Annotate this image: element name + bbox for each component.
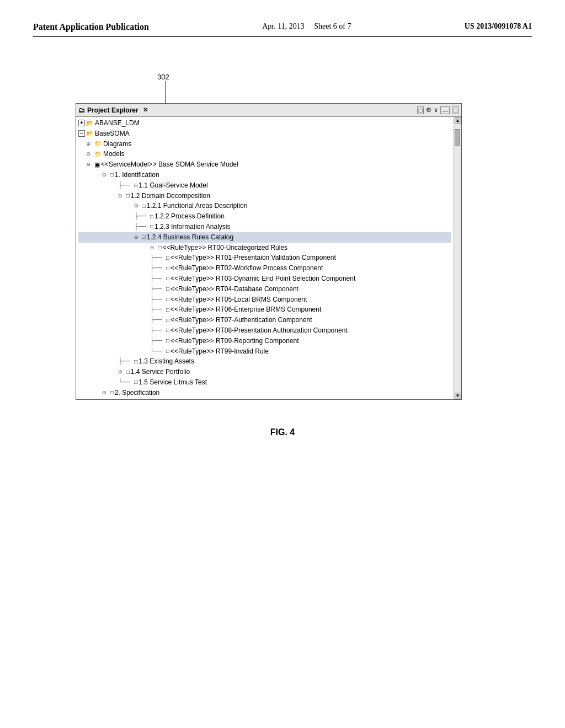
icon-diagrams: 📁 xyxy=(94,140,102,148)
icon-models: 📁 xyxy=(94,150,102,158)
icon-identification: □ xyxy=(110,171,114,179)
icon-1-2-1: □ xyxy=(142,202,146,210)
tree-node-1-2-4[interactable]: ⊖ □ 1.2.4 Business Rules Catalog xyxy=(78,232,451,243)
tree-node-rt08[interactable]: ├── □ <<RuleType>> RT08-Presentation Aut… xyxy=(78,325,451,336)
tree-node-1-3[interactable]: ├── □ 1.3 Existing Assets xyxy=(78,356,451,367)
tree-node-models[interactable]: ⊖ 📁 Models xyxy=(78,149,451,159)
icon-rt00: □ xyxy=(158,244,162,251)
icon-2-spec: □ xyxy=(110,389,114,397)
tree-node-rt06[interactable]: ├── □ <<RuleType>> RT06-Enterprise BRMS … xyxy=(78,304,451,315)
explorer-close-icon[interactable]: ✕ xyxy=(143,106,148,114)
tree-node-rt04[interactable]: ├── □ <<RuleType>> RT04-Database Compone… xyxy=(78,284,451,295)
explorer-titlebar: 🗂 Project Explorer ✕ □ ⚙ ∨ — □ xyxy=(76,104,461,117)
explorer-body-container: + 📂 ABANSE_LDM − 📂 BaseSOMA ⊕ xyxy=(76,117,461,399)
publication-title: Patent Application Publication xyxy=(33,22,149,32)
publication-date-sheet: Apr. 11, 2013 Sheet 6 of 7 xyxy=(262,22,351,31)
explorer-toolbar: □ ⚙ ∨ — □ xyxy=(417,106,459,114)
icon-1-3: □ xyxy=(134,358,137,366)
toolbar-icon-2[interactable]: ⚙ xyxy=(426,106,431,114)
tree-node-1-2-3[interactable]: ├── □ 1.2.3 Information Analysis xyxy=(78,222,451,232)
explorer-icon: 🗂 xyxy=(78,106,85,114)
tree-node-servicemodel[interactable]: ⊖ ▣ <<ServiceModel>> Base SOMA Service M… xyxy=(78,159,451,170)
main-content: 302 🗂 Project Explorer ✕ □ ⚙ ∨ xyxy=(33,70,532,437)
icon-rt03: □ xyxy=(166,275,169,282)
icon-rt08: □ xyxy=(166,326,169,334)
tree-node-1-1[interactable]: ├── □ 1.1 Goal-Service Model xyxy=(78,180,451,191)
scrollbar-arrow-down[interactable]: ▼ xyxy=(455,393,461,399)
tree-node-rt02[interactable]: ├── □ <<RuleType>> RT02-Workflow Process… xyxy=(78,263,451,274)
tree-node-rt99[interactable]: └── □ <<RuleType>> RT99-Invalid Rule xyxy=(78,346,451,357)
icon-abanse: 📂 xyxy=(86,119,94,127)
icon-rt06: □ xyxy=(166,306,169,314)
sheet-info: Sheet 6 of 7 xyxy=(314,22,351,30)
tree-node-rt09[interactable]: ├── □ <<RuleType>> RT09-Reporting Compon… xyxy=(78,336,451,346)
tree-node-1-2-2[interactable]: ├── □ 1.2.2 Process Definition xyxy=(78,211,451,222)
icon-1-2-3: □ xyxy=(150,223,153,231)
icon-1-2-2: □ xyxy=(150,213,153,221)
tree-node-1-2-1[interactable]: ⊕ □ 1.2.1 Functional Areas Description xyxy=(78,201,451,211)
icon-rt01: □ xyxy=(166,254,169,262)
expand-basesoma[interactable]: − xyxy=(78,130,85,137)
tree-node-rt00[interactable]: ⊕ □ <<RuleType>> RT00-Uncategorized Rule… xyxy=(78,243,451,253)
icon-rt07: □ xyxy=(166,317,169,324)
tree-node-rt03[interactable]: ├── □ <<RuleType>> RT03-Dynamic End Poin… xyxy=(78,274,451,284)
tree-node-basesoma[interactable]: − 📂 BaseSOMA xyxy=(78,129,451,139)
icon-rt04: □ xyxy=(166,285,169,293)
icon-rt02: □ xyxy=(166,265,169,272)
toolbar-icon-1[interactable]: □ xyxy=(417,106,424,114)
figure-caption: FIG. 4 xyxy=(270,427,295,437)
tree-node-rt05[interactable]: ├── □ <<RuleType>> RT05-Local BRMS Compo… xyxy=(78,295,451,305)
patent-number: US 2013/0091078 A1 xyxy=(465,22,532,31)
page-header: Patent Application Publication Apr. 11, … xyxy=(33,22,532,37)
tree-node-1-4[interactable]: ⊕ □ 1.4 Service Portfolio xyxy=(78,367,451,377)
project-explorer-panel: 🗂 Project Explorer ✕ □ ⚙ ∨ — □ xyxy=(76,103,462,400)
tree-view: + 📂 ABANSE_LDM − 📂 BaseSOMA ⊕ xyxy=(76,117,454,399)
icon-rt09: □ xyxy=(166,337,169,345)
explorer-title-text: Project Explorer xyxy=(87,106,138,114)
expand-abanse[interactable]: + xyxy=(78,120,85,126)
label-302: 302 xyxy=(157,73,169,81)
tree-node-diagrams[interactable]: ⊕ 📁 Diagrams xyxy=(78,139,451,149)
icon-servicemodel: ▣ xyxy=(94,160,100,169)
page: Patent Application Publication Apr. 11, … xyxy=(0,0,565,728)
icon-rt05: □ xyxy=(166,296,169,303)
toolbar-icon-5[interactable]: □ xyxy=(452,106,459,114)
scrollbar-track xyxy=(454,124,461,393)
icon-1-4: □ xyxy=(126,368,130,376)
scrollbar-arrow-up[interactable]: ▲ xyxy=(455,117,461,124)
tree-node-2-spec[interactable]: ⊕ □ 2. Specification xyxy=(78,388,451,398)
explorer-title-left: 🗂 Project Explorer ✕ xyxy=(78,106,148,114)
tree-node-1-5[interactable]: └── □ 1.5 Service Litmus Test xyxy=(78,377,451,388)
tree-node-abanse[interactable]: + 📂 ABANSE_LDM xyxy=(78,118,451,129)
connector-line xyxy=(166,81,166,104)
icon-1-5: □ xyxy=(134,378,137,386)
tree-node-1-2[interactable]: ⊖ □ 1.2 Domain Decomposition xyxy=(78,191,451,201)
scrollbar-thumb[interactable] xyxy=(455,129,460,146)
publication-date: Apr. 11, 2013 xyxy=(262,22,304,30)
tree-node-rt07[interactable]: ├── □ <<RuleType>> RT07-Authentication C… xyxy=(78,315,451,325)
vertical-scrollbar[interactable]: ▲ ▼ xyxy=(454,117,461,399)
toolbar-icon-3[interactable]: ∨ xyxy=(434,106,438,114)
tree-node-rt01[interactable]: ├── □ <<RuleType>> RT01-Presentaion Vali… xyxy=(78,253,451,263)
toolbar-icon-4[interactable]: — xyxy=(440,106,450,114)
icon-1-1: □ xyxy=(134,181,137,189)
icon-1-2-4: □ xyxy=(142,233,146,241)
tree-node-identification[interactable]: ⊖ □ 1. Identification xyxy=(78,170,451,180)
icon-1-2: □ xyxy=(126,192,130,200)
icon-basesoma: 📂 xyxy=(86,130,94,138)
icon-rt99: □ xyxy=(166,347,169,355)
